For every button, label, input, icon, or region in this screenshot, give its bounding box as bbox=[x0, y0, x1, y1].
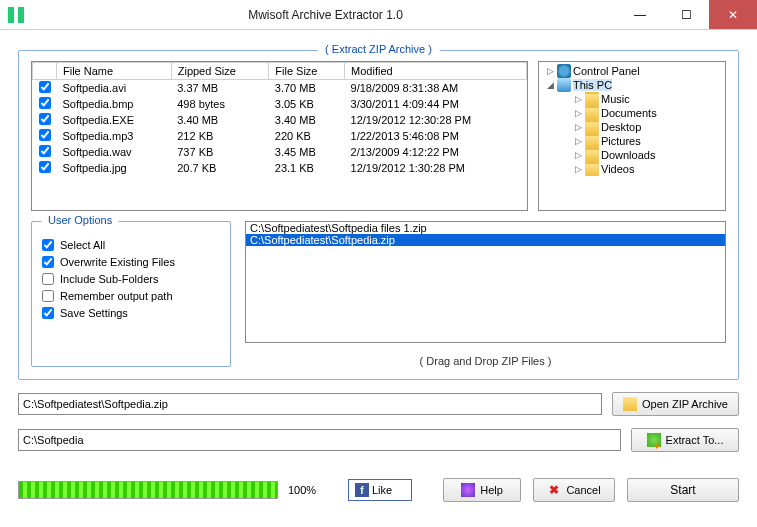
titlebar: Mwisoft Archive Extractor 1.0 — ☐ ✕ bbox=[0, 0, 757, 30]
expand-icon[interactable]: ▷ bbox=[545, 66, 555, 76]
table-row[interactable]: Softpedia.wav737 KB3.45 MB2/13/2009 4:12… bbox=[33, 144, 527, 160]
groupbox-title: ( Extract ZIP Archive ) bbox=[317, 43, 440, 55]
close-button[interactable]: ✕ bbox=[709, 0, 757, 29]
col-modified[interactable]: Modified bbox=[345, 63, 527, 80]
row-checkbox[interactable] bbox=[39, 113, 51, 125]
col-zipped[interactable]: Zipped Size bbox=[171, 63, 269, 80]
row-checkbox[interactable] bbox=[39, 145, 51, 157]
control-panel-icon bbox=[557, 64, 571, 78]
user-option[interactable]: Remember output path bbox=[42, 290, 220, 302]
table-row[interactable]: Softpedia.EXE3.40 MB3.40 MB12/19/2012 12… bbox=[33, 112, 527, 128]
facebook-icon: f bbox=[355, 483, 369, 497]
option-checkbox[interactable] bbox=[42, 273, 54, 285]
table-row[interactable]: Softpedia.jpg20.7 KB23.1 KB12/19/2012 1:… bbox=[33, 160, 527, 176]
zip-path-input[interactable] bbox=[18, 393, 602, 415]
output-path-input[interactable] bbox=[18, 429, 621, 451]
folder-icon bbox=[585, 92, 599, 106]
tree-folder[interactable]: ▷Music bbox=[541, 92, 723, 106]
tree-folder[interactable]: ▷Downloads bbox=[541, 148, 723, 162]
option-checkbox[interactable] bbox=[42, 290, 54, 302]
user-option[interactable]: Include Sub-Folders bbox=[42, 273, 220, 285]
col-filename[interactable]: File Name bbox=[57, 63, 172, 80]
open-zip-button[interactable]: Open ZIP Archive bbox=[612, 392, 739, 416]
table-row[interactable]: Softpedia.avi3.37 MB3.70 MB9/18/2009 8:3… bbox=[33, 80, 527, 97]
folder-icon bbox=[585, 134, 599, 148]
table-row[interactable]: Softpedia.mp3212 KB220 KB1/22/2013 5:46:… bbox=[33, 128, 527, 144]
tree-this-pc[interactable]: ◢ This PC bbox=[541, 78, 723, 92]
file-list-table[interactable]: File Name Zipped Size File Size Modified… bbox=[31, 61, 528, 211]
tree-control-panel[interactable]: ▷ Control Panel bbox=[541, 64, 723, 78]
app-icon bbox=[8, 7, 24, 23]
expand-icon[interactable]: ▷ bbox=[573, 94, 583, 104]
folder-icon bbox=[585, 120, 599, 134]
extract-icon bbox=[647, 433, 661, 447]
row-checkbox[interactable] bbox=[39, 97, 51, 109]
user-option[interactable]: Select All bbox=[42, 239, 220, 251]
pc-icon bbox=[557, 78, 571, 92]
start-button[interactable]: Start bbox=[627, 478, 739, 502]
list-item[interactable]: C:\Softpediatest\Softpedia.zip bbox=[246, 234, 725, 246]
option-checkbox[interactable] bbox=[42, 256, 54, 268]
row-checkbox[interactable] bbox=[39, 161, 51, 173]
expand-icon[interactable]: ▷ bbox=[573, 122, 583, 132]
option-checkbox[interactable] bbox=[42, 239, 54, 251]
option-checkbox[interactable] bbox=[42, 307, 54, 319]
help-button[interactable]: Help bbox=[443, 478, 521, 502]
progress-percent: 100% bbox=[288, 484, 338, 496]
user-option[interactable]: Overwrite Existing Files bbox=[42, 256, 220, 268]
table-row[interactable]: Softpedia.bmp498 bytes3.05 KB3/30/2011 4… bbox=[33, 96, 527, 112]
facebook-like-button[interactable]: f Like bbox=[348, 479, 412, 501]
folder-icon bbox=[623, 397, 637, 411]
minimize-button[interactable]: — bbox=[617, 0, 663, 29]
row-checkbox[interactable] bbox=[39, 129, 51, 141]
cancel-icon: ✖ bbox=[547, 483, 561, 497]
collapse-icon[interactable]: ◢ bbox=[545, 80, 555, 90]
window-title: Mwisoft Archive Extractor 1.0 bbox=[34, 8, 617, 22]
progress-bar bbox=[18, 481, 278, 499]
main-groupbox: ( Extract ZIP Archive ) File Name Zipped… bbox=[18, 50, 739, 380]
row-checkbox[interactable] bbox=[39, 81, 51, 93]
tree-folder[interactable]: ▷Videos bbox=[541, 162, 723, 176]
expand-icon[interactable]: ▷ bbox=[573, 136, 583, 146]
tree-folder[interactable]: ▷Pictures bbox=[541, 134, 723, 148]
extract-to-button[interactable]: Extract To... bbox=[631, 428, 739, 452]
drop-hint: ( Drag and Drop ZIP Files ) bbox=[245, 355, 726, 367]
folder-tree[interactable]: ▷ Control Panel ◢ This PC ▷Music▷Documen… bbox=[538, 61, 726, 211]
folder-icon bbox=[585, 148, 599, 162]
cancel-button[interactable]: ✖ Cancel bbox=[533, 478, 615, 502]
tree-folder[interactable]: ▷Desktop bbox=[541, 120, 723, 134]
user-options-group: User Options Select AllOverwrite Existin… bbox=[31, 221, 231, 367]
col-filesize[interactable]: File Size bbox=[269, 63, 345, 80]
expand-icon[interactable]: ▷ bbox=[573, 164, 583, 174]
list-item[interactable]: C:\Softpediatest\Softpedia files 1.zip bbox=[246, 222, 725, 234]
folder-icon bbox=[585, 162, 599, 176]
maximize-button[interactable]: ☐ bbox=[663, 0, 709, 29]
help-icon bbox=[461, 483, 475, 497]
tree-folder[interactable]: ▷Documents bbox=[541, 106, 723, 120]
window-controls: — ☐ ✕ bbox=[617, 0, 757, 29]
expand-icon[interactable]: ▷ bbox=[573, 150, 583, 160]
zip-file-list[interactable]: C:\Softpediatest\Softpedia files 1.zipC:… bbox=[245, 221, 726, 343]
user-option[interactable]: Save Settings bbox=[42, 307, 220, 319]
expand-icon[interactable]: ▷ bbox=[573, 108, 583, 118]
user-options-title: User Options bbox=[42, 214, 118, 226]
folder-icon bbox=[585, 106, 599, 120]
